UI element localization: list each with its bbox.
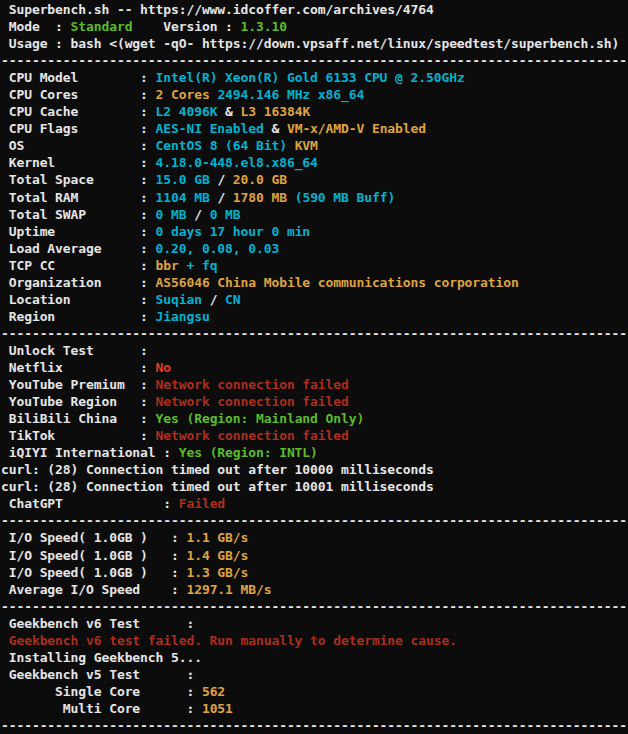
bilibili-china: BiliBili China : Yes (Region: Mainland O… [1, 410, 628, 427]
header-usage: Usage : bash <(wget -qO- https://down.vp… [1, 35, 628, 52]
cpu-cache: CPU Cache : L2 4096K & L3 16384K [1, 103, 628, 120]
header-mode-version: Mode : Standard Version : 1.3.10 [1, 18, 628, 35]
geekbench-v6-failed: Geekbench v6 test failed. Run manually t… [1, 632, 628, 649]
total-swap: Total SWAP : 0 MB / 0 MB [1, 206, 628, 223]
tiktok: TikTok : Network connection failed [1, 427, 628, 444]
separator-2: ----------------------------------------… [1, 325, 628, 342]
separator-4: ----------------------------------------… [1, 598, 628, 615]
io-speed-2: I/O Speed( 1.0GB ) : 1.4 GB/s [1, 547, 628, 564]
region: Region : Jiangsu [1, 308, 628, 325]
iqiyi-international: iQIYI International : Yes (Region: INTL) [1, 444, 628, 461]
kernel: Kernel : 4.18.0-448.el8.x86_64 [1, 154, 628, 171]
total-ram: Total RAM : 1104 MB / 1780 MB (590 MB Bu… [1, 189, 628, 206]
location: Location : Suqian / CN [1, 291, 628, 308]
tcp-cc: TCP CC : bbr + fq [1, 257, 628, 274]
separator-1: ----------------------------------------… [1, 52, 628, 69]
separator-5: ----------------------------------------… [1, 717, 628, 734]
total-space: Total Space : 15.0 GB / 20.0 GB [1, 171, 628, 188]
organization: Organization : AS56046 China Mobile comm… [1, 274, 628, 291]
netflix: Netflix : No [1, 359, 628, 376]
io-speed-1: I/O Speed( 1.0GB ) : 1.1 GB/s [1, 529, 628, 546]
load-average: Load Average : 0.20, 0.08, 0.03 [1, 240, 628, 257]
uptime: Uptime : 0 days 17 hour 0 min [1, 223, 628, 240]
geekbench-v6-test: Geekbench v6 Test : [1, 615, 628, 632]
os: OS : CentOS 8 (64 Bit) KVM [1, 137, 628, 154]
io-speed-3: I/O Speed( 1.0GB ) : 1.3 GB/s [1, 564, 628, 581]
installing-geekbench5: Installing Geekbench 5... [1, 649, 628, 666]
multi-core: Multi Core : 1051 [1, 700, 628, 717]
chatgpt: ChatGPT : Failed [1, 495, 628, 512]
curl-error-2: curl: (28) Connection timed out after 10… [1, 478, 628, 495]
unlock-test: Unlock Test : [1, 342, 628, 359]
cpu-flags: CPU Flags : AES-NI Enabled & VM-x/AMD-V … [1, 120, 628, 137]
curl-error-1: curl: (28) Connection timed out after 10… [1, 461, 628, 478]
geekbench-v5-test: Geekbench v5 Test : [1, 666, 628, 683]
youtube-region: YouTube Region : Network connection fail… [1, 393, 628, 410]
separator-3: ----------------------------------------… [1, 512, 628, 529]
avg-io-speed: Average I/O Speed : 1297.1 MB/s [1, 581, 628, 598]
terminal-window: { "colors": { "bg": "#0c0c0c", "fg": "#e… [0, 0, 628, 734]
terminal-output: Superbench.sh -- https://www.idcoffer.co… [0, 0, 628, 734]
cpu-cores: CPU Cores : 2 Cores 2494.146 MHz x86_64 [1, 86, 628, 103]
cpu-model: CPU Model : Intel(R) Xeon(R) Gold 6133 C… [1, 69, 628, 86]
terminal[interactable]: Superbench.sh -- https://www.idcoffer.co… [0, 0, 628, 734]
header-title: Superbench.sh -- https://www.idcoffer.co… [1, 1, 628, 18]
single-core: Single Core : 562 [1, 683, 628, 700]
youtube-premium: YouTube Premium : Network connection fai… [1, 376, 628, 393]
